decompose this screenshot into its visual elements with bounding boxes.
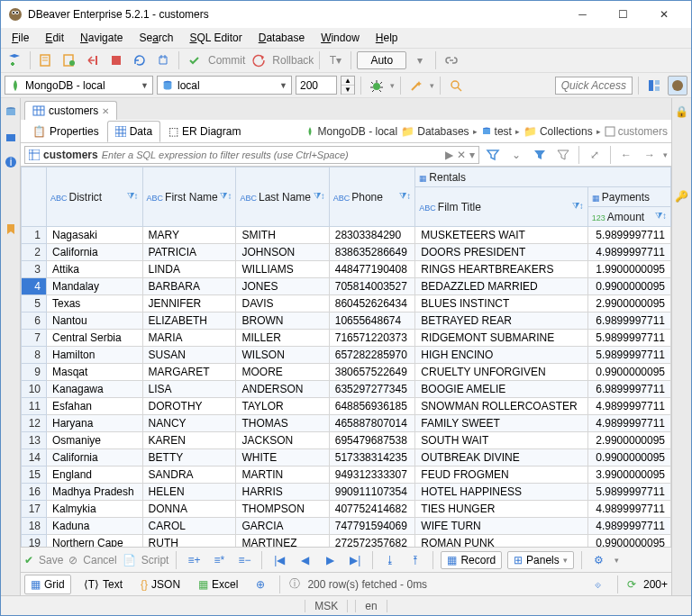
close-button[interactable]: ✕ [643, 2, 684, 27]
link-icon[interactable] [442, 50, 461, 70]
filter-input[interactable] [102, 149, 442, 160]
auto-commit-button[interactable]: Auto [357, 51, 406, 69]
perspective-db-icon[interactable] [644, 76, 664, 95]
database-combo[interactable]: MongoDB - local ▼ [5, 76, 153, 95]
menu-window[interactable]: Window [314, 30, 367, 46]
table-row[interactable]: 3AttikaLINDAWILLIAMS448477190408RINGS HE… [22, 261, 671, 278]
table-row[interactable]: 6NantouELIZABETHBROWN10655648674BETRAYED… [22, 313, 671, 330]
import-icon[interactable]: ⭱ [405, 550, 425, 570]
tab-properties[interactable]: 📋Properties [24, 121, 107, 142]
quick-access-input[interactable]: Quick Access [555, 77, 633, 95]
row-limit-input[interactable] [296, 76, 337, 95]
next-page-icon[interactable]: ▶ [320, 550, 340, 570]
save-icon[interactable]: ✔ [24, 554, 33, 566]
new-connection-icon[interactable] [5, 50, 24, 70]
table-row[interactable]: 9MasqatMARGARETMOORE380657522649CRUELTY … [22, 364, 671, 381]
commit-icon[interactable] [185, 50, 205, 70]
table-row[interactable]: 12HaryanaNANCYTHOMAS465887807014FAMILY S… [22, 415, 671, 432]
filter-remove-icon[interactable]: ⌄ [506, 145, 526, 165]
table-row[interactable]: 13OsmaniyeKARENJACKSON695479687538SOUTH … [22, 432, 671, 449]
minimize-button[interactable]: ─ [562, 2, 603, 27]
cancel-icon[interactable]: ⊘ [68, 554, 77, 566]
panels-button[interactable]: ⊞Panels▾ [507, 551, 574, 569]
table-row[interactable]: 11EsfahanDOROTHYTAYLOR648856936185SNOWMA… [22, 398, 671, 415]
del-row-icon[interactable]: ≡− [234, 550, 254, 570]
first-page-icon[interactable]: |◀ [269, 550, 289, 570]
bc-databases[interactable]: 📁Databases [401, 125, 469, 138]
bc-collections[interactable]: 📁Collections [524, 125, 593, 138]
wand-icon[interactable] [406, 76, 426, 95]
tab-data[interactable]: Data [107, 121, 160, 142]
table-row[interactable]: 14CaliforniaBETTYWHITE517338314235OUTBRE… [22, 449, 671, 467]
rollback-label[interactable]: Rollback [272, 54, 314, 67]
table-row[interactable]: 4MandalayBARBARAJONES705814003527BEDAZZL… [22, 278, 671, 295]
commit-label[interactable]: Commit [208, 54, 245, 67]
table-row[interactable]: 10KanagawaLISAANDERSON635297277345BOOGIE… [22, 381, 671, 398]
bc-schema[interactable]: test [481, 125, 512, 138]
filter-edit-icon[interactable] [553, 145, 573, 165]
table-row[interactable]: 16Madhya PradeshHELENHARRIS990911107354H… [22, 484, 671, 501]
prev-page-icon[interactable]: ◀ [295, 550, 314, 570]
mode-text[interactable]: ⟨T⟩Text [78, 575, 128, 593]
nav-fwd-icon[interactable]: → [640, 145, 660, 165]
refresh-icon-green[interactable]: ⟳ [627, 578, 636, 591]
refresh-icon[interactable] [130, 50, 150, 70]
close-tab-icon[interactable]: ✕ [102, 106, 109, 116]
menu-navigate[interactable]: Navigate [73, 30, 130, 46]
filter-settings-icon[interactable] [483, 145, 503, 165]
search-icon[interactable] [446, 76, 466, 95]
table-row[interactable]: 18KadunaCAROLGARCIA747791594069WIFE TURN… [22, 518, 671, 535]
menu-help[interactable]: Help [369, 30, 405, 46]
tx-mode-icon[interactable]: T▾ [325, 50, 345, 70]
bc-db[interactable]: MongoDB - local [305, 125, 398, 138]
gutter-projects-icon[interactable] [1, 127, 21, 147]
filter-apply-icon[interactable]: ▶ [445, 149, 453, 161]
menu-sql-editor[interactable]: SQL Editor [182, 30, 249, 46]
table-row[interactable]: 2CaliforniaPATRICIAJOHNSON838635286649DO… [22, 244, 671, 261]
tab-er-diagram[interactable]: ⬚ER Diagram [160, 121, 249, 142]
nav-back-icon[interactable]: ← [616, 145, 636, 165]
script-icon[interactable]: 📄 [123, 554, 136, 566]
filter-custom-icon[interactable] [530, 145, 550, 165]
gutter-info-icon[interactable]: i [1, 152, 21, 172]
gutter-db-icon[interactable] [1, 102, 21, 122]
gutter-lock-icon[interactable]: 🔒 [672, 102, 692, 122]
reconnect-icon[interactable] [153, 50, 173, 70]
table-row[interactable]: 15EnglandSANDRAMARTIN949312333307FEUD FR… [22, 467, 671, 484]
table-row[interactable]: 17KalmykiaDONNATHOMPSON407752414682TIES … [22, 501, 671, 518]
sql-recent-icon[interactable] [59, 50, 79, 70]
stop-icon[interactable] [106, 50, 126, 70]
record-button[interactable]: ▦Record [441, 551, 502, 569]
bc-table[interactable]: customers [605, 125, 668, 138]
add-row-icon[interactable]: ≡+ [184, 550, 204, 570]
maximize-button[interactable]: ☐ [603, 2, 643, 27]
mode-grid[interactable]: ▦Grid [24, 575, 71, 594]
menu-database[interactable]: Database [251, 30, 312, 46]
table-row[interactable]: 8HamiltonSUSANWILSON657282285970HIGH ENC… [22, 347, 671, 364]
filter-clear-icon[interactable]: ✕ [457, 149, 466, 161]
refresh-count[interactable]: 200+ [643, 578, 668, 591]
auto-refresh-icon[interactable]: ⟐ [588, 575, 608, 594]
menu-search[interactable]: Search [132, 30, 180, 46]
schema-combo[interactable]: local ▼ [157, 76, 292, 95]
add-mode-icon[interactable]: ⊕ [250, 575, 270, 594]
bug-icon[interactable] [367, 76, 387, 95]
disconnect-icon[interactable] [83, 50, 103, 70]
mode-excel[interactable]: ▦Excel [193, 575, 243, 593]
last-page-icon[interactable]: ▶| [345, 550, 365, 570]
table-row[interactable]: 19Northern CapeRUTHMARTINEZ272572357682R… [22, 535, 671, 548]
gear-icon[interactable]: ⚙ [589, 550, 609, 570]
mode-json[interactable]: {}JSON [135, 575, 186, 593]
export-icon[interactable]: ⭳ [380, 550, 400, 570]
sql-editor-icon[interactable] [36, 50, 56, 70]
menu-file[interactable]: File [5, 30, 36, 46]
gutter-bookmark-icon[interactable] [1, 219, 21, 239]
row-limit-spinner[interactable]: ▲▼ [341, 76, 355, 95]
auto-dropdown-icon[interactable]: ▾ [410, 50, 430, 70]
data-grid[interactable]: ABCDistrict⧩↕ ABCFirst Name⧩↕ ABCLast Na… [21, 167, 671, 547]
expand-icon[interactable]: ⤢ [585, 145, 605, 165]
filter-history-icon[interactable]: ▾ [469, 149, 475, 161]
rollback-icon[interactable] [249, 50, 269, 70]
perspective-dbeaver-icon[interactable] [668, 76, 687, 95]
table-row[interactable]: 5TexasJENNIFERDAVIS860452626434BLUES INS… [22, 295, 671, 313]
